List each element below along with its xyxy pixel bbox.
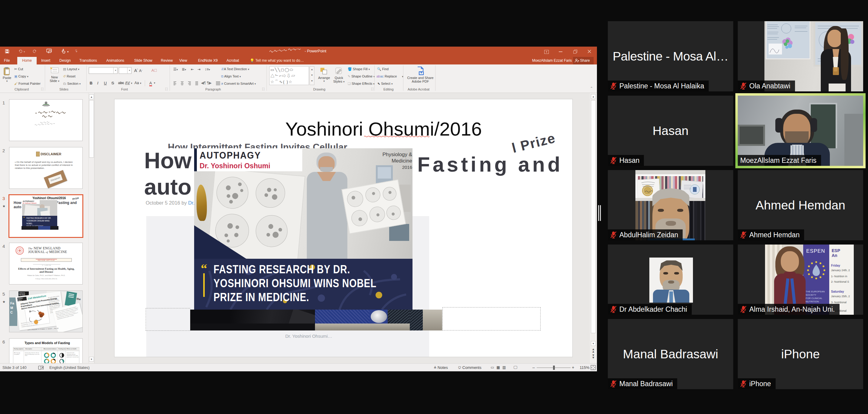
svg-text:- PowerPoint: - PowerPoint xyxy=(305,49,327,53)
